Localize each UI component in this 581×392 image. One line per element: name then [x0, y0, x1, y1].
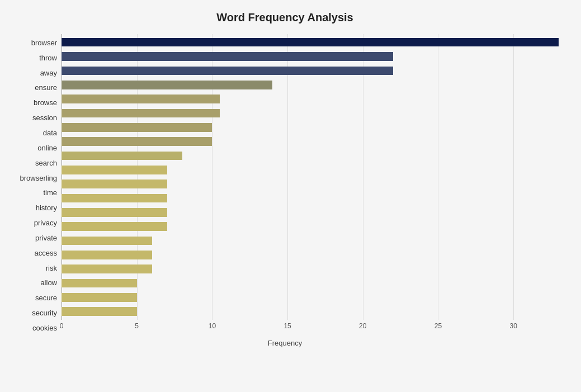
bar — [62, 38, 559, 47]
bar-row — [62, 262, 559, 276]
bar — [62, 123, 212, 132]
bar — [62, 307, 137, 316]
y-label: browser — [11, 39, 62, 46]
y-label: search — [11, 159, 62, 167]
bar-row — [62, 163, 559, 177]
bars-container — [62, 34, 559, 320]
bar-row — [62, 35, 559, 49]
x-axis-labels: 051015202530 — [62, 320, 559, 337]
bar — [62, 166, 167, 174]
bar-row — [62, 191, 559, 205]
bar-row — [62, 290, 559, 304]
bar — [62, 208, 167, 217]
y-axis: browserthrowawayensurebrowsesessiondatao… — [11, 34, 62, 337]
x-tick-label: 5 — [135, 322, 139, 330]
bar — [62, 251, 152, 259]
y-label: session — [11, 114, 62, 121]
y-label: allow — [11, 279, 62, 286]
bar-row — [62, 120, 559, 134]
x-tick-label: 0 — [60, 322, 64, 330]
x-tick-label: 10 — [209, 322, 216, 330]
x-tick-label: 25 — [434, 322, 442, 330]
y-label: throw — [11, 54, 62, 62]
chart-container: Word Frequency Analysis browserthrowaway… — [0, 0, 581, 392]
x-tick-label: 30 — [509, 322, 517, 330]
bar — [62, 194, 167, 203]
y-label: browse — [11, 99, 62, 106]
bar-row — [62, 78, 559, 92]
y-label: security — [11, 309, 62, 317]
bar-row — [62, 305, 559, 319]
bar — [62, 265, 152, 273]
x-tick-label: 15 — [284, 322, 291, 330]
y-label: risk — [11, 265, 62, 272]
bar-row — [62, 106, 559, 120]
x-axis-title: Frequency — [11, 339, 559, 347]
bar-row — [62, 177, 559, 191]
y-label: data — [11, 129, 62, 136]
bar-row — [62, 234, 559, 248]
bar-row — [62, 248, 559, 262]
bar — [62, 180, 167, 188]
y-label: away — [11, 69, 62, 77]
plot-area: 051015202530 — [62, 34, 559, 337]
bar — [62, 293, 137, 302]
y-label: secure — [11, 294, 62, 301]
bar — [62, 152, 182, 160]
bar — [62, 95, 220, 103]
y-label: private — [11, 234, 62, 242]
bar-row — [62, 276, 559, 290]
bar — [62, 137, 212, 146]
bar — [62, 237, 152, 245]
x-tick-label: 20 — [359, 322, 366, 330]
bar — [62, 52, 393, 61]
chart-title: Word Frequency Analysis — [11, 11, 559, 24]
y-label: ensure — [11, 84, 62, 91]
bar-row — [62, 134, 559, 148]
bar-row — [62, 92, 559, 106]
bar — [62, 222, 167, 231]
y-label: privacy — [11, 219, 62, 226]
bar-row — [62, 219, 559, 233]
y-label: online — [11, 144, 62, 152]
y-label: cookies — [11, 324, 62, 332]
bar-row — [62, 149, 559, 163]
bar — [62, 67, 393, 75]
chart-area: browserthrowawayensurebrowsesessiondatao… — [11, 34, 559, 337]
bar — [62, 109, 220, 118]
bar — [62, 81, 272, 89]
y-label: access — [11, 249, 62, 257]
bar-row — [62, 205, 559, 219]
bar — [62, 279, 137, 288]
y-label: history — [11, 204, 62, 211]
bar-row — [62, 64, 559, 78]
y-label: time — [11, 189, 62, 196]
y-label: browserling — [11, 174, 62, 182]
bar-row — [62, 49, 559, 63]
